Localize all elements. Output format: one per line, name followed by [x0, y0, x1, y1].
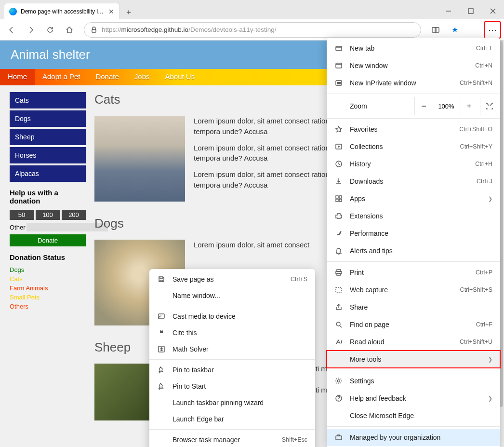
- submenu-launch-edgebar[interactable]: Launch Edge bar: [149, 411, 315, 427]
- window-icon: [334, 61, 343, 70]
- nav-about[interactable]: About Us: [157, 69, 202, 85]
- menu-print[interactable]: PrintCtrl+P: [327, 264, 500, 281]
- menu-inprivate[interactable]: New InPrivate windowCtrl+Shift+N: [327, 74, 500, 92]
- menu-close-edge[interactable]: Close Microsoft Edge: [327, 407, 500, 424]
- donate-button[interactable]: Donate: [10, 234, 86, 246]
- submenu-save-page[interactable]: Save page asCtrl+S: [149, 271, 315, 287]
- menu-managed[interactable]: Managed by your organization: [327, 429, 500, 446]
- menu-history[interactable]: HistoryCtrl+H: [327, 155, 500, 173]
- chevron-right-icon: ❯: [488, 196, 492, 202]
- svg-point-27: [338, 380, 340, 382]
- window-controls: [438, 3, 504, 19]
- amount-200[interactable]: 200: [62, 210, 86, 220]
- sheep-image: [94, 364, 151, 420]
- search-icon: [334, 320, 343, 329]
- menu-help[interactable]: Help and feedback❯: [327, 390, 500, 407]
- menu-find[interactable]: Find on pageCtrl+F: [327, 316, 500, 333]
- status-farm[interactable]: Farm Animals: [10, 284, 86, 292]
- amount-100[interactable]: 100: [36, 210, 60, 220]
- history-icon: [334, 160, 343, 168]
- nav-jobs[interactable]: Jobs: [127, 69, 158, 85]
- settings-more-button[interactable]: ⋯: [484, 21, 501, 39]
- close-window-button[interactable]: [482, 3, 504, 19]
- submenu-launch-wizard[interactable]: Launch taskbar pinning wizard: [149, 394, 315, 411]
- submenu-pin-start[interactable]: Pin to Start: [149, 378, 315, 394]
- star-icon: [334, 125, 343, 134]
- close-tab-icon[interactable]: ✕: [108, 8, 114, 15]
- menu-read-aloud[interactable]: Read aloudCtrl+Shift+U: [327, 333, 500, 351]
- status-others[interactable]: Others: [10, 303, 86, 310]
- status-list: Dogs Cats Farm Animals Small Pets Others: [10, 266, 86, 310]
- submenu-task-manager[interactable]: Browser task managerShift+Esc: [149, 432, 315, 447]
- submenu-pin-taskbar[interactable]: Pin to taskbar: [149, 362, 315, 378]
- menu-favorites[interactable]: FavoritesCtrl+Shift+O: [327, 121, 500, 138]
- back-button[interactable]: [3, 21, 20, 39]
- submenu-math[interactable]: Math Solver: [149, 341, 315, 357]
- refresh-button[interactable]: [41, 21, 59, 39]
- nav-adopt[interactable]: Adopt a Pet: [35, 69, 88, 85]
- sidebar-horses[interactable]: Horses: [10, 147, 86, 163]
- address-bar[interactable]: https://microsoftedge.github.io/Demos/de…: [84, 22, 421, 38]
- nav-home[interactable]: Home: [0, 69, 35, 85]
- submenu-name-window[interactable]: Name window...: [149, 287, 315, 304]
- home-button[interactable]: [61, 21, 78, 39]
- menu-capture[interactable]: Web captureCtrl+Shift+S: [327, 281, 500, 298]
- collections-icon: [334, 142, 343, 151]
- settings-menu: New tabCtrl+T New windowCtrl+N New InPri…: [327, 38, 500, 447]
- zoom-out-button[interactable]: −: [414, 97, 433, 115]
- sidebar-dogs[interactable]: Dogs: [10, 110, 86, 127]
- zoom-level: 100%: [435, 103, 458, 110]
- favorite-star-icon[interactable]: ★: [446, 21, 464, 39]
- menu-downloads[interactable]: DownloadsCtrl+J: [327, 173, 500, 190]
- svg-rect-23: [337, 273, 341, 275]
- menu-share[interactable]: Share: [327, 298, 500, 316]
- maximize-button[interactable]: [460, 3, 482, 19]
- submenu-cast[interactable]: Cast media to device: [149, 308, 315, 325]
- menu-new-tab[interactable]: New tabCtrl+T: [327, 40, 500, 57]
- translate-icon[interactable]: [427, 21, 444, 39]
- menu-extensions[interactable]: Extensions: [327, 207, 500, 225]
- fullscreen-button[interactable]: [480, 97, 498, 115]
- svg-rect-12: [337, 82, 341, 84]
- sidebar-cats[interactable]: Cats: [10, 92, 86, 108]
- submenu-cite[interactable]: ❝Cite this: [149, 325, 315, 341]
- svg-rect-4: [92, 29, 96, 32]
- browser-tab[interactable]: Demo page with accessibility issues ✕: [4, 3, 119, 19]
- menu-performance[interactable]: Performance: [327, 225, 500, 242]
- print-icon: [334, 268, 343, 277]
- menu-new-window[interactable]: New windowCtrl+N: [327, 57, 500, 74]
- gear-icon: [334, 377, 343, 385]
- svg-rect-6: [435, 27, 439, 32]
- tab-title: Demo page with accessibility issues: [21, 8, 105, 15]
- sidebar: Cats Dogs Sheep Horses Alpacas Help us w…: [10, 92, 86, 435]
- sidebar-alpacas[interactable]: Alpacas: [10, 165, 86, 182]
- lock-icon: [90, 26, 98, 34]
- svg-rect-1: [468, 9, 473, 14]
- more-tools-submenu: Save page asCtrl+S Name window... Cast m…: [149, 269, 315, 447]
- status-small[interactable]: Small Pets: [10, 294, 86, 301]
- forward-button[interactable]: [22, 21, 40, 39]
- menu-collections[interactable]: CollectionsCtrl+Shift+Y: [327, 138, 500, 155]
- status-dogs[interactable]: Dogs: [10, 266, 86, 273]
- minimize-button[interactable]: [438, 3, 460, 19]
- save-icon: [157, 275, 166, 284]
- status-cats[interactable]: Cats: [10, 275, 86, 283]
- zoom-in-button[interactable]: +: [460, 97, 478, 115]
- extensions-icon: [334, 212, 343, 220]
- briefcase-icon: [334, 433, 343, 442]
- other-label: Other: [10, 224, 26, 231]
- nav-donate[interactable]: Donate: [88, 69, 126, 85]
- cat-image: [94, 116, 185, 202]
- svg-rect-7: [336, 46, 342, 51]
- menu-more-tools[interactable]: More tools❯: [327, 351, 500, 368]
- svg-rect-20: [339, 199, 342, 202]
- sidebar-sheep[interactable]: Sheep: [10, 129, 86, 145]
- menu-alerts[interactable]: Alerts and tips: [327, 242, 500, 259]
- tab-icon: [334, 44, 343, 53]
- titlebar: Demo page with accessibility issues ✕ ＋: [0, 0, 504, 19]
- menu-settings[interactable]: Settings: [327, 372, 500, 390]
- new-tab-button[interactable]: ＋: [121, 5, 136, 19]
- amount-50[interactable]: 50: [10, 210, 34, 220]
- svg-rect-18: [339, 196, 342, 198]
- menu-apps[interactable]: Apps❯: [327, 190, 500, 207]
